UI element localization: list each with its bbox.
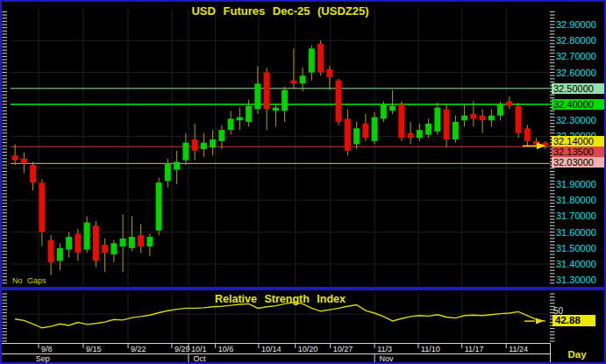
candle-body bbox=[408, 133, 414, 138]
no-gaps-note: No Gaps bbox=[12, 276, 46, 285]
candle-body bbox=[497, 104, 503, 116]
candle-body bbox=[362, 124, 368, 138]
candle-body bbox=[470, 114, 476, 118]
candle-body bbox=[336, 81, 342, 122]
candle-body bbox=[273, 108, 279, 111]
candle-body bbox=[417, 130, 423, 138]
price-axis-label: 31.90000 bbox=[556, 179, 596, 189]
price-axis-label: 31.70000 bbox=[556, 211, 596, 221]
candle-body bbox=[309, 48, 315, 72]
candle-body bbox=[228, 118, 234, 130]
candle-body bbox=[182, 143, 189, 161]
date-tick-label: 9/29 bbox=[175, 345, 190, 353]
candle-body bbox=[480, 116, 486, 120]
candle-body bbox=[326, 69, 332, 77]
price-level-badge[interactable]: 32.40000 bbox=[552, 99, 604, 110]
rsi-panel-title: Relative Strength Index bbox=[11, 293, 550, 305]
rsi-current-value-badge: 42.88 bbox=[553, 315, 595, 326]
candle-body bbox=[254, 83, 260, 109]
candle-body bbox=[102, 245, 108, 253]
candle-body bbox=[120, 239, 126, 246]
candle-body bbox=[30, 165, 36, 182]
date-tick-label: 11/17 bbox=[465, 345, 484, 353]
candle-body bbox=[488, 116, 495, 120]
price-axis-label: 31.60000 bbox=[556, 227, 596, 238]
date-tick-label: 10/14 bbox=[261, 345, 282, 353]
candle-body bbox=[425, 124, 431, 135]
candle-body bbox=[398, 104, 404, 138]
candle-body bbox=[237, 118, 243, 121]
date-tick-label: 9/22 bbox=[131, 345, 146, 353]
price-axis-label: 31.80000 bbox=[556, 195, 596, 205]
date-tick-label: 10/27 bbox=[333, 345, 353, 353]
price-axis-label: 32.30000 bbox=[556, 115, 596, 125]
candle-body bbox=[389, 106, 396, 111]
candle-body bbox=[39, 182, 45, 232]
candle-body bbox=[524, 128, 531, 141]
candle-body bbox=[156, 182, 162, 231]
month-label: Oct bbox=[193, 354, 205, 363]
price-axis-label: 32.90000 bbox=[556, 19, 596, 30]
candle-body bbox=[345, 118, 351, 150]
price-level-badge[interactable]: 32.14000 bbox=[552, 136, 604, 146]
date-tick-label: 11/3 bbox=[377, 345, 392, 353]
chart-window: USD Futures Dec-25 (USDZ25) Relative Str… bbox=[0, 0, 606, 364]
price-axis-label: 32.70000 bbox=[556, 51, 596, 61]
date-tick-label: 9/8 bbox=[41, 345, 53, 353]
candle-body bbox=[138, 235, 144, 246]
candle-body bbox=[317, 44, 324, 73]
candle-body bbox=[201, 143, 207, 149]
price-level-badge[interactable]: 32.50000 bbox=[552, 83, 604, 94]
price-axis-label: 31.30000 bbox=[556, 275, 596, 285]
date-tick-label: 10/20 bbox=[298, 345, 318, 353]
candle-body bbox=[21, 159, 27, 163]
chart-canvas[interactable] bbox=[0, 0, 606, 364]
main-chart-title: USD Futures Dec-25 (USDZ25) bbox=[11, 4, 550, 18]
candle-body bbox=[453, 122, 459, 139]
candle-body bbox=[57, 248, 63, 261]
candle-body bbox=[210, 139, 216, 147]
date-tick-label: 11/10 bbox=[421, 345, 440, 353]
candle-body bbox=[282, 90, 288, 111]
candle-body bbox=[300, 75, 306, 83]
candle-body bbox=[146, 237, 153, 246]
month-label: Sep bbox=[36, 354, 50, 363]
candle-body bbox=[290, 81, 296, 84]
candle-body bbox=[174, 162, 180, 170]
date-tick-label: 10/1 bbox=[191, 345, 207, 353]
date-tick-label: 9/15 bbox=[86, 345, 102, 353]
date-tick-label: 10/6 bbox=[218, 345, 234, 353]
candle-body bbox=[381, 104, 387, 118]
month-label: Nov bbox=[380, 354, 394, 363]
candle-body bbox=[372, 118, 378, 141]
price-level-badge[interactable]: 32.13500 bbox=[552, 146, 604, 157]
rsi-value-arrow-icon bbox=[536, 318, 544, 325]
price-axis-label: 31.50000 bbox=[556, 243, 596, 253]
candle-body bbox=[12, 155, 18, 160]
candle-body bbox=[444, 109, 450, 139]
window-border bbox=[1, 1, 605, 363]
candle-body bbox=[264, 73, 270, 110]
candle-body bbox=[506, 101, 512, 105]
panel-divider bbox=[0, 287, 606, 290]
candle-body bbox=[165, 163, 171, 181]
candle-body bbox=[48, 240, 54, 262]
candle-body bbox=[434, 108, 440, 132]
candle-body bbox=[516, 106, 522, 133]
candle-body bbox=[461, 116, 467, 120]
candle-body bbox=[84, 223, 90, 250]
price-level-badge[interactable]: 32.03000 bbox=[552, 157, 604, 168]
price-axis-label: 32.60000 bbox=[556, 68, 596, 78]
candle-body bbox=[93, 225, 99, 261]
candle-body bbox=[66, 237, 72, 250]
date-tick-label: 11/24 bbox=[509, 345, 528, 353]
candle-body bbox=[218, 130, 225, 141]
candle-body bbox=[75, 233, 81, 253]
candle-body bbox=[353, 128, 360, 144]
candle-body bbox=[246, 106, 252, 122]
timeframe-label[interactable]: Day bbox=[550, 349, 604, 360]
candle-body bbox=[192, 139, 198, 151]
price-axis-label: 32.80000 bbox=[556, 35, 596, 46]
rsi-line bbox=[15, 303, 545, 328]
candle-body bbox=[111, 243, 117, 254]
